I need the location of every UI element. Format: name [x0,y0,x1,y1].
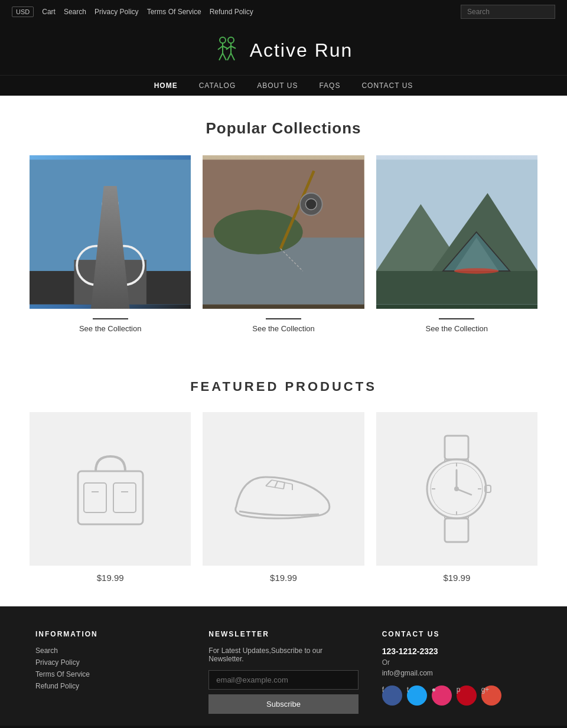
featured-products-section: FEATURED PRODUCTS $19.99 [0,355,567,606]
footer-newsletter-col: NEWSLETTER For Latest Updates,Subscribe … [208,630,358,714]
svg-rect-33 [78,471,143,524]
svg-line-4 [218,46,223,50]
newsletter-email-input[interactable] [208,670,358,690]
svg-point-1 [228,37,234,43]
svg-rect-46 [445,518,468,542]
svg-point-25 [306,198,317,210]
collection-divider [266,318,301,319]
footer-link-refund[interactable]: Refund Policy [35,682,185,690]
search-input[interactable] [461,5,555,19]
contact-or: Or [382,658,532,667]
svg-point-0 [220,37,226,43]
newsletter-desc: For Latest Updates,Subscribe to our News… [208,647,358,663]
collection-fishing-image [203,155,364,309]
shoe-icon [224,448,343,530]
footer-newsletter-title: NEWSLETTER [208,630,358,638]
product-watch: $19.99 [376,412,537,583]
svg-line-39 [275,481,278,488]
collections-grid: See the Collection [30,155,537,338]
footer-link-privacy[interactable]: Privacy Policy [35,658,185,667]
nav-cart[interactable]: Cart [42,8,56,16]
nav-privacy[interactable]: Privacy Policy [94,8,139,16]
top-bar-left: USD Cart Search Privacy Policy Terms Of … [12,6,451,17]
svg-rect-45 [445,436,468,459]
nav-refund[interactable]: Refund Policy [210,8,253,16]
watch-icon [409,430,504,548]
svg-rect-16 [102,213,119,246]
logo-text: Active Run [250,40,353,61]
social-twitter[interactable]: t [407,685,427,706]
bag-icon [63,436,158,542]
camping-svg [376,155,537,309]
svg-rect-35 [113,483,136,512]
nav-faqs[interactable]: FAQS [319,81,340,90]
collection-cycling-image [30,155,191,309]
svg-line-10 [227,53,231,60]
social-pinterest[interactable]: p [457,685,477,706]
collection-fishing-link[interactable]: See the Collection [203,324,364,333]
collection-cycling-link[interactable]: See the Collection [30,324,191,333]
nav-catalog[interactable]: CATALOG [199,81,236,90]
nav-contact[interactable]: CONTACT US [361,81,413,90]
footer-contact-title: CONTACT US [382,630,532,638]
svg-rect-29 [376,271,537,305]
footer-info-col: INFORMATION Search Privacy Policy Terms … [35,630,185,714]
product-bag: $19.99 [30,412,191,583]
collection-camping: See the Collection [376,155,537,338]
collection-camping-image [376,155,537,309]
svg-point-15 [102,196,119,213]
product-bag-price: $19.99 [30,573,191,583]
svg-point-32 [454,268,498,273]
svg-line-7 [231,46,236,48]
svg-line-38 [266,480,272,486]
nav-search-link[interactable]: Search [64,8,86,16]
svg-line-9 [223,53,226,60]
social-facebook[interactable]: f [382,685,402,706]
social-google-plus[interactable]: g+ [481,685,501,706]
svg-point-51 [454,487,459,491]
footer-link-terms[interactable]: Terms Of Service [35,670,185,678]
product-shoe-price: $19.99 [203,573,364,583]
product-bag-card[interactable] [30,412,191,566]
contact-email: info@gmail.com [382,669,532,677]
collection-fishing: See the Collection [203,155,364,338]
social-instagram[interactable]: ● [432,685,452,706]
collection-divider [439,318,474,319]
svg-line-50 [457,489,471,495]
subscribe-button[interactable]: Subscribe [208,694,358,714]
logo-icon [214,34,244,67]
top-bar: USD Cart Search Privacy Policy Terms Of … [0,0,567,24]
collection-cycling: See the Collection [30,155,191,338]
footer-contact-col: CONTACT US 123-1212-2323 Or info@gmail.c… [382,630,532,714]
svg-line-8 [219,53,223,60]
footer: INFORMATION Search Privacy Policy Terms … [0,606,567,726]
svg-rect-34 [84,483,106,512]
svg-point-21 [214,210,303,254]
nav-about[interactable]: ABOUT US [257,81,298,90]
product-watch-card[interactable] [376,412,537,566]
svg-line-40 [284,482,285,489]
currency-badge[interactable]: USD [12,6,34,17]
popular-collections-section: Popular Collections See the Col [0,96,567,355]
featured-products-title: FEATURED PRODUCTS [30,379,537,394]
contact-phone: 123-1212-2323 [382,647,532,656]
logo-area: Active Run [0,24,567,75]
popular-collections-title: Popular Collections [30,119,537,138]
footer-bottom: © 2018 Active Run Store. Powered by Shop… [0,726,567,728]
nav-home[interactable]: HOME [154,81,178,90]
product-shoe-card[interactable] [203,412,364,566]
svg-line-11 [231,53,234,60]
footer-link-search[interactable]: Search [35,647,185,655]
cycling-svg [30,155,191,309]
product-watch-price: $19.99 [376,573,537,583]
main-nav: HOME CATALOG ABOUT US FAQS CONTACT US [0,75,567,96]
products-grid: $19.99 [30,412,537,583]
social-icons: f t ● p g+ [382,685,532,709]
fishing-svg [203,155,364,309]
svg-rect-13 [30,271,191,305]
product-shoe: $19.99 [203,412,364,583]
nav-terms[interactable]: Terms Of Service [147,8,201,16]
svg-line-5 [223,46,227,48]
footer-info-title: INFORMATION [35,630,185,638]
collection-camping-link[interactable]: See the Collection [376,324,537,333]
